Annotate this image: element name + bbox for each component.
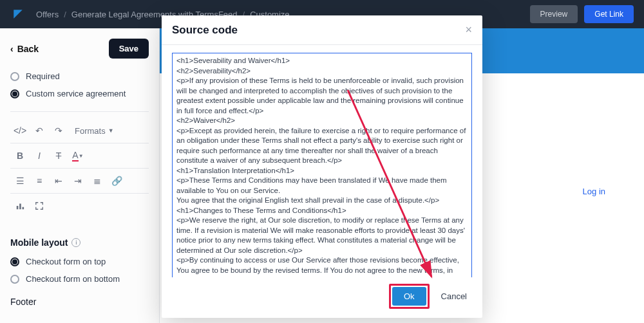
source-code-textarea[interactable]	[172, 53, 472, 277]
source-code-modal: Source code × Ok Cancel	[162, 15, 482, 318]
annotation-highlight: Ok	[389, 284, 430, 309]
modal-title: Source code	[172, 24, 238, 37]
modal-overlay: Source code × Ok Cancel	[0, 0, 644, 323]
close-icon: ×	[465, 23, 472, 36]
cancel-button[interactable]: Cancel	[436, 287, 472, 306]
ok-button[interactable]: Ok	[392, 287, 426, 306]
close-button[interactable]: ×	[465, 23, 472, 37]
